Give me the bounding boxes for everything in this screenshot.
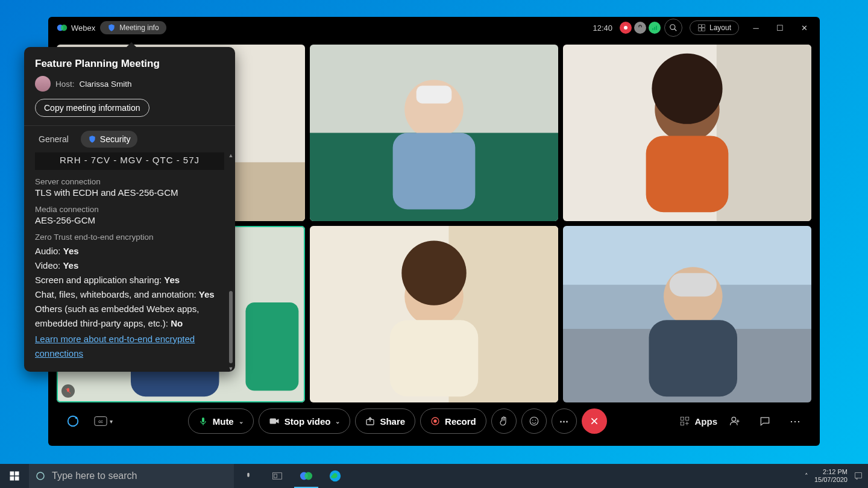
share-label: Share <box>380 416 405 427</box>
webex-assistant-button[interactable] <box>60 408 86 434</box>
copy-meeting-info-button[interactable]: Copy meeting information <box>35 99 149 117</box>
webex-logo-icon <box>57 22 68 33</box>
network-status-dot[interactable] <box>649 22 661 34</box>
close-button[interactable]: ✕ <box>792 17 816 39</box>
chevron-down-icon[interactable]: ⌄ <box>239 418 244 425</box>
encryption-status-dot[interactable] <box>634 22 646 34</box>
notifications-icon[interactable] <box>854 471 863 481</box>
stop-video-label: Stop video <box>285 416 331 427</box>
participant-tile[interactable] <box>310 45 558 221</box>
svg-rect-62 <box>10 472 14 476</box>
captions-button[interactable]: cc ▾ <box>90 408 116 434</box>
muted-icon <box>61 384 75 398</box>
meeting-info-popover: Feature Planning Meeting Host: Clarissa … <box>24 47 235 372</box>
brand-label: Webex <box>71 23 95 33</box>
grid-icon <box>697 23 706 32</box>
start-button[interactable] <box>0 464 29 488</box>
share-icon <box>365 416 375 426</box>
scroll-down-icon[interactable]: ▼ <box>228 366 234 372</box>
media-connection-value: AES-256-GCM <box>35 215 224 225</box>
tray-clock[interactable]: 2:12 PM 15/07/2020 <box>814 468 848 483</box>
record-button[interactable]: Record <box>420 408 486 434</box>
captions-icon: cc <box>94 416 107 427</box>
participants-icon <box>729 415 741 427</box>
svg-point-71 <box>304 472 312 480</box>
maximize-button[interactable]: ☐ <box>768 17 792 39</box>
search-placeholder: Type here to search <box>52 471 137 481</box>
meeting-toolbar: cc ▾ Mute ⌄ Stop video ⌄ Share Record <box>48 402 820 446</box>
tab-security[interactable]: Security <box>81 131 138 148</box>
scroll-up-icon[interactable]: ▲ <box>228 152 234 158</box>
taskbar-mic-button[interactable] <box>234 464 263 488</box>
scrollbar[interactable]: ▲ ▼ <box>228 152 234 372</box>
server-connection-value: TLS with ECDH and AES-256-GCM <box>35 187 224 198</box>
cortana-icon <box>35 471 46 481</box>
chat-button[interactable] <box>752 408 778 434</box>
media-connection-label: Media connection <box>35 205 224 214</box>
clock-time: 2:12 PM <box>814 468 848 476</box>
svg-text:cc: cc <box>98 419 103 424</box>
svg-rect-67 <box>247 473 250 477</box>
panel-options-button[interactable]: ⋯ <box>782 408 808 434</box>
recording-status-dot[interactable] <box>620 22 632 34</box>
svg-rect-42 <box>670 273 717 296</box>
apps-button[interactable]: Apps <box>679 408 718 434</box>
e2e-screen-value: Yes <box>164 275 180 285</box>
clock-date: 15/07/2020 <box>814 476 848 484</box>
chat-icon <box>759 415 771 427</box>
svg-point-52 <box>433 419 436 422</box>
svg-line-6 <box>675 29 677 31</box>
ellipsis-icon: ⋯ <box>559 416 568 427</box>
svg-point-54 <box>532 420 533 421</box>
microphone-icon <box>198 416 208 426</box>
meeting-info-button[interactable]: Meeting info <box>100 21 166 34</box>
participant-tile[interactable] <box>310 226 558 402</box>
tray-chevron-icon[interactable]: ˄ <box>805 472 808 480</box>
shield-icon <box>107 23 116 32</box>
ellipsis-icon: ⋯ <box>790 414 800 428</box>
search-button[interactable] <box>664 19 682 37</box>
raise-hand-button[interactable] <box>491 408 517 434</box>
svg-point-5 <box>670 25 675 30</box>
tab-general[interactable]: General <box>31 131 76 148</box>
svg-rect-23 <box>717 45 811 221</box>
stop-video-button[interactable]: Stop video ⌄ <box>259 408 351 434</box>
participant-tile[interactable] <box>563 45 811 221</box>
brand: Webex <box>52 22 100 33</box>
minimize-button[interactable]: ─ <box>744 17 768 39</box>
svg-rect-35 <box>390 320 479 396</box>
server-connection-label: Server connection <box>35 177 224 186</box>
end-meeting-button[interactable] <box>582 408 607 434</box>
learn-more-link[interactable]: Learn more about end-to-end encrypted co… <box>35 332 224 361</box>
taskbar-app-edge[interactable] <box>321 464 350 488</box>
svg-rect-41 <box>649 320 738 396</box>
svg-rect-65 <box>15 477 19 481</box>
mute-button[interactable]: Mute ⌄ <box>188 408 254 434</box>
reactions-button[interactable] <box>521 408 547 434</box>
share-button[interactable]: Share <box>355 408 415 434</box>
emoji-icon <box>529 416 539 427</box>
system-tray: ˄ 2:12 PM 15/07/2020 <box>805 468 868 483</box>
task-view-button[interactable] <box>263 464 292 488</box>
participant-tile[interactable] <box>563 226 811 402</box>
svg-rect-10 <box>702 28 705 31</box>
e2e-others-value: No <box>171 318 183 328</box>
assistant-icon <box>66 414 80 428</box>
layout-button[interactable]: Layout <box>690 20 739 35</box>
edge-icon <box>329 469 342 483</box>
participants-button[interactable] <box>722 408 747 434</box>
more-options-button[interactable]: ⋯ <box>552 408 577 434</box>
svg-rect-4 <box>656 26 657 30</box>
svg-point-26 <box>652 54 722 124</box>
svg-rect-9 <box>699 28 702 31</box>
webex-logo-icon <box>300 469 313 483</box>
chevron-down-icon[interactable]: ⌄ <box>335 418 340 425</box>
e2e-video-value: Yes <box>63 260 78 271</box>
taskbar-app-webex[interactable] <box>292 464 321 488</box>
record-label: Record <box>445 416 476 427</box>
taskbar-search[interactable]: Type here to search <box>29 464 234 488</box>
mute-label: Mute <box>213 416 234 427</box>
svg-rect-47 <box>202 418 204 422</box>
chevron-down-icon: ▾ <box>110 418 113 425</box>
scroll-thumb[interactable] <box>229 291 233 363</box>
